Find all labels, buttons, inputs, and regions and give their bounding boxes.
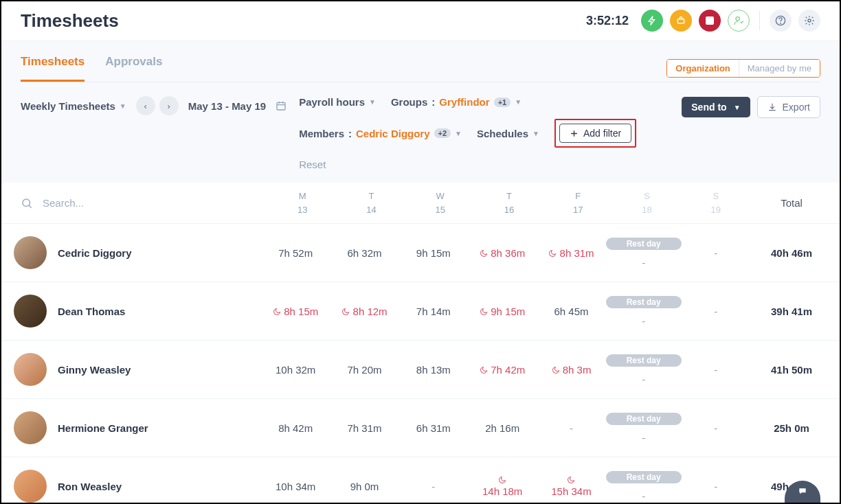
time-cell[interactable]: 6h 45m bbox=[537, 306, 605, 317]
help-button[interactable] bbox=[770, 10, 792, 32]
calendar-icon bbox=[276, 100, 287, 111]
tab-approvals[interactable]: Approvals bbox=[105, 55, 162, 82]
lightning-icon bbox=[647, 16, 657, 25]
time-cell[interactable]: 15h 34m bbox=[537, 476, 605, 497]
time-cell[interactable]: 14h 18m bbox=[468, 476, 537, 497]
settings-icon bbox=[804, 15, 815, 26]
search-input[interactable] bbox=[43, 197, 180, 209]
prev-week-button[interactable]: ‹ bbox=[136, 96, 155, 115]
time-cell[interactable]: 8h 42m bbox=[261, 422, 330, 434]
time-cell[interactable]: - bbox=[682, 364, 750, 376]
time-cell[interactable]: 8h 12m bbox=[330, 306, 399, 317]
day-header: F17 bbox=[543, 190, 612, 216]
time-cell[interactable]: - bbox=[682, 247, 750, 259]
time-cell[interactable]: 9h 0m bbox=[330, 481, 399, 492]
user-check-icon bbox=[733, 15, 744, 26]
send-to-button[interactable]: Send to ▼ bbox=[682, 97, 750, 117]
day-header: S19 bbox=[682, 190, 750, 216]
view-selector[interactable]: Weekly Timesheets ▼ bbox=[21, 100, 126, 112]
row-total: 25h 0m bbox=[750, 422, 833, 434]
time-cell[interactable]: 8h 3m bbox=[537, 364, 605, 376]
table-row[interactable]: Ginny Weasley10h 32m7h 20m8h 13m 7h 42m … bbox=[1, 341, 840, 399]
tracker-action-1[interactable] bbox=[641, 10, 663, 32]
time-cell[interactable]: 9h 15m bbox=[468, 306, 537, 317]
member-cell: Hermione Granger bbox=[14, 411, 261, 444]
table-row[interactable]: Ron Weasley10h 34m9h 0m-14h 18m15h 34mRe… bbox=[1, 457, 840, 504]
time-cell[interactable]: 8h 31m bbox=[537, 247, 605, 259]
table-row[interactable]: Hermione Granger8h 42m7h 31m6h 31m2h 16m… bbox=[1, 399, 840, 457]
calendar-button[interactable] bbox=[276, 100, 287, 111]
time-cell[interactable]: - bbox=[399, 481, 468, 492]
filter-groups[interactable]: Groups: Gryffindor +1 ▼ bbox=[391, 96, 522, 108]
add-filter-button[interactable]: Add filter bbox=[559, 124, 631, 143]
rest-day-badge: Rest day bbox=[606, 238, 682, 250]
topbar: Timesheets 3:52:12 bbox=[1, 1, 840, 41]
help-icon bbox=[775, 15, 786, 26]
filter-schedules[interactable]: Schedules ▼ bbox=[477, 128, 539, 139]
avatar bbox=[14, 411, 47, 444]
time-cell[interactable]: Rest day- bbox=[606, 413, 682, 444]
time-cell[interactable]: 6h 31m bbox=[399, 422, 468, 434]
chevron-down-icon: ▼ bbox=[734, 104, 741, 111]
next-week-button[interactable]: › bbox=[159, 96, 179, 115]
time-cell[interactable]: Rest day- bbox=[606, 471, 682, 502]
filter-members[interactable]: Members: Cedric Diggory +2 ▼ bbox=[299, 128, 462, 139]
export-button[interactable]: Export bbox=[757, 96, 820, 118]
time-cell[interactable]: 9h 15m bbox=[399, 247, 468, 259]
plus-icon bbox=[570, 129, 579, 138]
time-cell[interactable]: 7h 31m bbox=[330, 422, 399, 434]
tab-timesheets[interactable]: Timesheets bbox=[21, 55, 85, 82]
table-row[interactable]: Dean Thomas 8h 15m 8h 12m7h 14m 9h 15m6h… bbox=[1, 282, 840, 341]
time-cell[interactable]: - bbox=[682, 306, 750, 317]
rest-day-badge: Rest day bbox=[606, 413, 682, 425]
member-cell: Cedric Diggory bbox=[14, 236, 261, 269]
time-cell[interactable]: Rest day- bbox=[606, 238, 682, 268]
tracker-action-2[interactable] bbox=[670, 10, 692, 32]
caret-down-icon: ▼ bbox=[532, 130, 539, 137]
svg-point-5 bbox=[808, 19, 811, 22]
time-cell[interactable]: 8h 36m bbox=[468, 247, 537, 259]
time-cell[interactable]: Rest day- bbox=[606, 354, 682, 385]
add-filter-highlight: Add filter bbox=[554, 119, 636, 148]
row-total: 40h 46m bbox=[750, 247, 833, 259]
time-cell[interactable]: 10h 34m bbox=[261, 481, 330, 492]
time-cell[interactable]: 7h 52m bbox=[261, 247, 330, 259]
search-icon bbox=[21, 197, 33, 209]
scope-organization[interactable]: Organization bbox=[667, 60, 738, 77]
time-cell[interactable]: - bbox=[537, 422, 605, 434]
time-cell[interactable]: 7h 42m bbox=[468, 364, 537, 376]
tracker-stop-button[interactable] bbox=[699, 10, 721, 32]
divider bbox=[759, 11, 760, 30]
member-name: Ron Weasley bbox=[58, 481, 122, 492]
svg-point-2 bbox=[736, 17, 739, 21]
time-cell[interactable]: - bbox=[682, 481, 750, 492]
download-icon bbox=[767, 102, 777, 112]
scope-toggle: Organization Managed by me bbox=[666, 59, 820, 78]
tabs: TimesheetsApprovals bbox=[21, 55, 162, 82]
time-cell[interactable]: 8h 15m bbox=[261, 306, 330, 317]
time-cell[interactable]: 10h 32m bbox=[261, 364, 330, 376]
time-cell[interactable]: 7h 20m bbox=[330, 364, 399, 376]
filter-payroll-hours[interactable]: Payroll hours ▼ bbox=[299, 96, 376, 108]
avatar bbox=[14, 236, 47, 269]
time-cell[interactable]: 8h 13m bbox=[399, 364, 468, 376]
caret-down-icon: ▼ bbox=[369, 98, 376, 106]
table-row[interactable]: Cedric Diggory7h 52m6h 32m9h 15m 8h 36m … bbox=[1, 224, 840, 282]
reset-filters-button[interactable]: Reset bbox=[299, 159, 326, 170]
page-title: Timesheets bbox=[21, 10, 119, 32]
tracker-user-button[interactable] bbox=[728, 10, 750, 32]
svg-rect-6 bbox=[277, 102, 285, 110]
settings-button[interactable] bbox=[798, 10, 820, 32]
member-cell: Dean Thomas bbox=[14, 295, 261, 328]
table-body: Cedric Diggory7h 52m6h 32m9h 15m 8h 36m … bbox=[1, 224, 840, 504]
scope-managed-by-me[interactable]: Managed by me bbox=[739, 60, 820, 77]
day-header: S18 bbox=[612, 190, 681, 216]
rest-day-badge: Rest day bbox=[606, 471, 682, 483]
time-cell[interactable]: 2h 16m bbox=[468, 422, 537, 434]
time-cell[interactable]: - bbox=[682, 422, 750, 434]
member-name: Dean Thomas bbox=[58, 306, 125, 317]
time-cell[interactable]: 7h 14m bbox=[399, 306, 468, 317]
member-cell: Ginny Weasley bbox=[14, 353, 261, 386]
time-cell[interactable]: Rest day- bbox=[606, 296, 682, 327]
time-cell[interactable]: 6h 32m bbox=[330, 247, 399, 259]
